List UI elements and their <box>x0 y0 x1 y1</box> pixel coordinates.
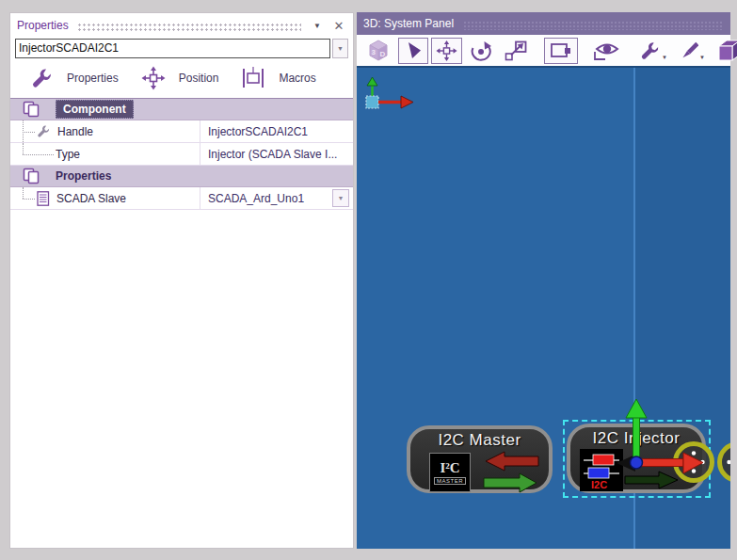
3d-panel-titlebar: 3D: System Panel <box>357 12 730 35</box>
component-name-input[interactable]: InjectorSCADAI2C1 <box>15 39 330 58</box>
move-tool-icon[interactable] <box>431 38 462 64</box>
run-cursor-icon[interactable] <box>398 38 428 64</box>
appearance-brush-icon[interactable]: ▼ <box>674 38 709 64</box>
tab-properties[interactable]: Properties <box>31 67 119 89</box>
tree-line <box>10 143 56 165</box>
scale-tool-icon[interactable] <box>500 38 532 64</box>
tab-position[interactable]: Position <box>141 66 219 90</box>
properties-tab-row: Properties Position <box>10 58 353 98</box>
section-header-properties-label: Properties <box>56 169 111 183</box>
properties-panel-title: Properties <box>17 19 69 32</box>
section-header-component[interactable]: Component <box>10 99 353 120</box>
i2c-master-badge-bottom: MASTER <box>434 477 466 485</box>
move-icon <box>141 66 166 90</box>
row-handle[interactable]: Handle InjectorSCADAI2C1 <box>10 120 353 143</box>
row-type[interactable]: Type Injector (SCADA Slave I... <box>10 143 353 166</box>
frame-select-icon[interactable] <box>544 38 578 64</box>
pages-icon <box>23 101 40 118</box>
component-name-dropdown-button[interactable]: ▼ <box>332 39 348 58</box>
3d-system-panel: 3D: System Panel 3 D <box>357 12 730 549</box>
row-handle-label: Handle <box>57 125 93 138</box>
section-header-component-label: Component <box>56 100 134 119</box>
materials-box-icon[interactable]: ▼ <box>712 38 737 64</box>
tab-macros-label: Macros <box>279 72 315 85</box>
handle-wrench-icon <box>37 124 51 138</box>
section-header-properties[interactable]: Properties <box>10 166 353 187</box>
svg-text:D: D <box>380 50 386 58</box>
properties-panel: Properties ▼ ✕ InjectorSCADAI2C1 ▼ Prope… <box>9 12 354 549</box>
row-handle-value[interactable]: InjectorSCADAI2C1 <box>200 120 353 142</box>
macros-icon <box>241 67 265 89</box>
i2c-master-arrows <box>482 450 540 497</box>
property-grid: Component Handle InjectorSCADAI2C1 Type … <box>10 98 353 210</box>
appearance-dropdown-arrow-icon: ▼ <box>699 55 705 60</box>
svg-text:3: 3 <box>372 48 377 56</box>
row-type-label: Type <box>56 148 80 161</box>
i2c-master-badge-top: I²C <box>440 461 459 475</box>
panel-collapse-icon[interactable]: ▼ <box>310 22 325 30</box>
3d-toolbar: 3 D <box>357 35 730 66</box>
panel-close-icon[interactable]: ✕ <box>331 19 346 33</box>
scada-slave-dropdown-button[interactable]: ▼ <box>332 189 349 207</box>
document-icon <box>37 191 50 206</box>
tab-position-label: Position <box>179 72 219 85</box>
row-type-value[interactable]: Injector (SCADA Slave I... <box>200 143 353 165</box>
tools-dropdown-arrow-icon: ▼ <box>662 55 667 60</box>
3d-panel-title: 3D: System Panel <box>363 17 454 30</box>
tree-line <box>10 120 37 142</box>
tree-line <box>10 187 37 209</box>
i2c-master-badge: I²C MASTER <box>429 453 471 492</box>
properties-titlebar: Properties ▼ ✕ <box>10 13 353 38</box>
component-i2c-master[interactable]: I2C Master I²C MASTER <box>407 425 553 493</box>
tab-properties-label: Properties <box>67 72 119 85</box>
3d-view-icon[interactable]: 3 D <box>361 38 395 64</box>
rotate-tool-icon[interactable] <box>465 38 497 64</box>
i2c-injector-green-arrow <box>623 471 681 493</box>
3d-viewport[interactable]: I2C Master I²C MASTER I2C Injector <box>357 66 730 549</box>
i2c-injector-badge-text: I2C <box>591 479 607 490</box>
component-name-combo: InjectorSCADAI2C1 ▼ <box>15 39 348 58</box>
pages-icon <box>23 168 40 184</box>
row-scada-slave-label: SCADA Slave <box>56 192 126 205</box>
connection-handle[interactable] <box>673 441 714 483</box>
titlebar-grip[interactable] <box>77 23 301 31</box>
visibility-eye-icon[interactable] <box>588 38 626 64</box>
row-scada-slave-value[interactable]: SCADA_Ard_Uno1 <box>208 192 304 205</box>
row-scada-slave[interactable]: SCADA Slave SCADA_Ard_Uno1 ▼ <box>10 187 353 210</box>
tools-wrench-icon[interactable]: ▼ <box>636 38 671 64</box>
arrow-left-red-icon <box>486 452 538 471</box>
arrow-right-green-icon <box>484 473 537 492</box>
wrench-icon <box>31 67 54 89</box>
axes-gizmo <box>362 77 423 122</box>
tab-macros[interactable]: Macros <box>241 67 315 89</box>
3d-titlebar-grip[interactable] <box>463 21 723 30</box>
i2c-injector-badge: I2C <box>580 449 623 491</box>
i2c-master-label: I2C Master <box>410 431 549 450</box>
